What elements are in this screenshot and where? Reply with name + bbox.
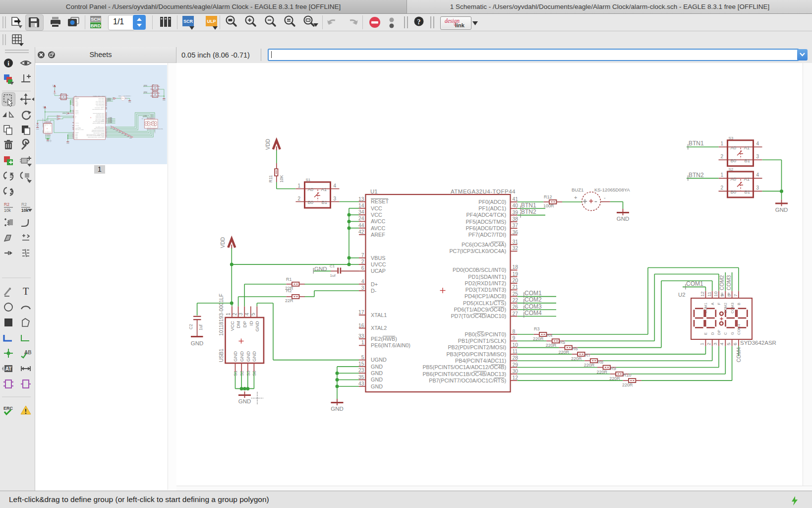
svg-text:26: 26: [513, 304, 519, 310]
svg-text:3: 3: [334, 196, 337, 201]
svg-text:B1: B1: [322, 199, 328, 205]
svg-text:F: F: [717, 303, 721, 305]
svg-text:23: 23: [358, 368, 364, 373]
svg-text:GND: GND: [238, 398, 251, 404]
svg-text:36: 36: [513, 230, 519, 235]
svg-text:BTN2: BTN2: [521, 208, 536, 215]
svg-text:R3: R3: [534, 326, 540, 331]
svg-text:9: 9: [513, 335, 516, 341]
svg-text:29: 29: [513, 362, 519, 368]
svg-text:ATMEGA32U4-TQFP44: ATMEGA32U4-TQFP44: [451, 189, 516, 194]
svg-text:R11: R11: [268, 175, 273, 183]
svg-text:31: 31: [513, 239, 519, 245]
svg-text:g: g: [721, 291, 723, 296]
svg-text:ID: ID: [248, 321, 254, 326]
svg-text:PD6(T1/ADC9/OC4D): PD6(T1/ADC9/OC4D): [454, 307, 506, 313]
svg-text:3: 3: [756, 154, 759, 159]
svg-text:4: 4: [334, 183, 337, 189]
svg-text:4: 4: [719, 343, 724, 345]
svg-text:R10: R10: [623, 373, 632, 378]
svg-text:1: 1: [226, 313, 231, 316]
svg-text:41: 41: [513, 196, 519, 202]
svg-text:S3: S3: [246, 371, 251, 376]
svg-text:34: 34: [358, 209, 364, 215]
svg-text:B0: B0: [308, 199, 314, 205]
svg-text:VCC: VCC: [371, 205, 382, 211]
svg-text:COM3: COM3: [524, 303, 542, 310]
svg-text:6: 6: [361, 265, 364, 271]
svg-text:C: C: [723, 332, 728, 335]
svg-text:2: 2: [721, 154, 724, 159]
svg-text:1: 1: [298, 183, 301, 189]
svg-text:GND: GND: [617, 216, 630, 222]
svg-text:2: 2: [298, 196, 301, 201]
svg-text:PF5(ADC5/TMS): PF5(ADC5/TMS): [465, 219, 506, 225]
svg-text:44: 44: [358, 223, 364, 228]
svg-text:GND: GND: [254, 321, 260, 331]
svg-text:3: 3: [712, 343, 718, 345]
svg-text:RESET: RESET: [371, 198, 389, 204]
svg-text:-: -: [604, 194, 606, 200]
svg-text:11: 11: [706, 292, 712, 297]
svg-text:BTN2: BTN2: [689, 172, 704, 179]
svg-text:220R: 220R: [558, 350, 569, 355]
svg-text:13: 13: [358, 196, 364, 202]
svg-text:A0: A0: [731, 145, 737, 150]
svg-text:VBUS: VBUS: [371, 255, 385, 261]
svg-text:R2: R2: [286, 288, 292, 293]
svg-text:AVCC: AVCC: [371, 218, 385, 224]
svg-text:S3: S3: [729, 136, 734, 140]
svg-text:15: 15: [358, 361, 364, 367]
svg-text:10K: 10K: [279, 175, 284, 183]
svg-text:PD3(TXD1/INT3): PD3(TXD1/INT3): [465, 287, 506, 293]
svg-text:A: A: [710, 303, 715, 305]
svg-text:KS-12065D08YA: KS-12065D08YA: [594, 187, 630, 192]
svg-text:24: 24: [358, 216, 364, 221]
svg-text:C1: C1: [330, 264, 335, 268]
svg-text:5: 5: [361, 355, 364, 360]
svg-text:B1: B1: [745, 158, 751, 163]
svg-text:7: 7: [733, 294, 738, 297]
svg-text:UVCC: UVCC: [371, 261, 386, 267]
svg-text:B0: B0: [731, 189, 737, 194]
svg-text:GND: GND: [245, 351, 251, 362]
svg-text:1: 1: [721, 172, 724, 178]
svg-text:BTN1: BTN1: [689, 140, 704, 147]
svg-text:BTN1: BTN1: [521, 202, 536, 209]
svg-text:PF4(ADC4/TCK): PF4(ADC4/TCK): [466, 212, 506, 218]
svg-text:2: 2: [706, 343, 711, 345]
svg-text:4: 4: [361, 279, 364, 284]
svg-text:VCC: VCC: [371, 212, 382, 218]
svg-text:R12: R12: [544, 194, 552, 199]
svg-text:A1: A1: [321, 187, 327, 192]
svg-text:10: 10: [713, 291, 718, 297]
svg-text:D: D: [710, 332, 715, 335]
svg-text:14: 14: [358, 203, 364, 208]
svg-text:25: 25: [513, 291, 519, 297]
svg-text:12: 12: [513, 375, 519, 381]
svg-text:D+: D+: [371, 281, 378, 287]
svg-text:AVCC: AVCC: [371, 225, 385, 231]
svg-text:A0: A0: [731, 176, 737, 182]
svg-text:A0: A0: [308, 187, 314, 192]
svg-text:PC7(ICP3/CLK0/OC4A): PC7(ICP3/CLK0/OC4A): [449, 248, 506, 254]
svg-text:PB5(PCINT5/OC1A/ADC12/OC4B): PB5(PCINT5/OC1A/ADC12/OC4B): [422, 364, 506, 370]
svg-text:R1: R1: [286, 277, 292, 282]
svg-text:PD2(RXD1/INT2): PD2(RXD1/INT2): [465, 280, 506, 286]
svg-text:18: 18: [513, 264, 519, 270]
svg-text:R6: R6: [572, 346, 578, 351]
svg-text:20: 20: [513, 278, 519, 283]
svg-text:COM1: COM1: [524, 290, 542, 297]
svg-text:GND: GND: [775, 207, 788, 213]
svg-text:17: 17: [358, 310, 364, 315]
svg-text:AREF: AREF: [371, 232, 385, 238]
svg-text:32: 32: [513, 246, 519, 251]
svg-text:PB4(PCINT4/ADC11): PB4(PCINT4/ADC11): [455, 358, 506, 364]
svg-text:3: 3: [756, 185, 759, 190]
svg-text:220R: 220R: [622, 382, 633, 387]
svg-text:1: 1: [361, 340, 364, 345]
svg-text:GND: GND: [239, 351, 244, 362]
svg-text:GND: GND: [251, 351, 257, 362]
svg-text:PD0(OC0B/SCL/INT0): PD0(OC0B/SCL/INT0): [453, 267, 506, 273]
svg-text:DP: DP: [717, 330, 721, 335]
